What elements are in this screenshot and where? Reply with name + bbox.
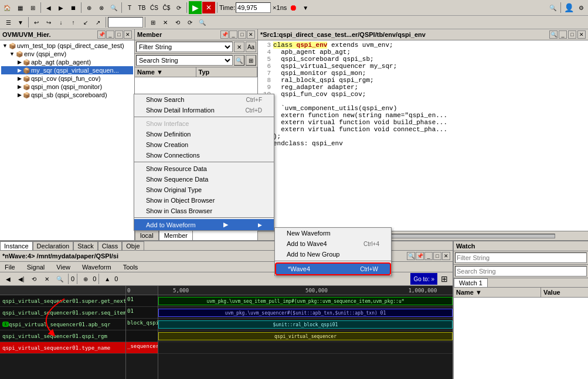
ctx-show-original[interactable]: Show Original Type	[134, 185, 274, 195]
src-search-btn[interactable]: 🔍	[549, 30, 558, 39]
wave-max-btn[interactable]: □	[433, 252, 441, 260]
tb2-btn10[interactable]: ✕	[159, 16, 171, 28]
time-input[interactable]	[236, 2, 271, 13]
tree-item-apb[interactable]: ▶ 📦 apb_agt (apb_agent)	[1, 58, 133, 66]
tab-member[interactable]: Member	[159, 230, 193, 240]
watch-filter-input[interactable]	[455, 252, 587, 263]
tb2-btn1[interactable]: ☰	[2, 16, 14, 28]
tree-item-env[interactable]: ▼ 📦 env (qspi_env)	[1, 50, 133, 58]
wave-pin-btn[interactable]: 📌	[416, 252, 424, 260]
run-btn[interactable]: ▶	[189, 1, 202, 14]
toolbar-btn-13[interactable]: Ĉ$	[161, 2, 172, 13]
tab-obje[interactable]: Obje	[122, 241, 144, 250]
wave-tb-5[interactable]: 🔍	[54, 273, 66, 285]
tb2-btn7[interactable]: ↙	[80, 16, 91, 28]
wave-close-btn[interactable]: ✕	[442, 252, 450, 260]
tb2-btn2[interactable]: ▼	[15, 16, 26, 28]
ctx-show-interface[interactable]: Show Interface	[134, 118, 274, 129]
expand-icon-mon[interactable]: ▶	[18, 84, 22, 90]
filter-case-btn[interactable]: Aa	[246, 42, 256, 52]
ctx-show-object[interactable]: Show in Object Browser	[134, 195, 274, 206]
expand-icon-sqr[interactable]: ▶	[18, 67, 22, 73]
tb2-btn4[interactable]: ↪	[43, 16, 55, 28]
wave-tb-4[interactable]: ✕	[41, 273, 53, 285]
toolbar-btn-9[interactable]: 🔍	[108, 2, 120, 13]
ctx-show-definition[interactable]: Show Definition	[134, 129, 274, 139]
tb2-btn8[interactable]: ↗	[92, 16, 104, 28]
signal-2[interactable]: qspi_virtual_sequencer01.super.seq_item_…	[0, 307, 125, 319]
tree-area[interactable]: ▼ 📦 uvm_test_top (qspi_direct_case_test)…	[0, 40, 134, 240]
menu-view[interactable]: View	[53, 262, 74, 272]
toolbar-btn-2[interactable]: ▦	[13, 2, 26, 13]
stop-btn[interactable]: ✕	[202, 2, 215, 13]
filter-select[interactable]: Filter String	[136, 42, 233, 52]
expand-icon-env[interactable]: ▼	[9, 51, 15, 57]
member-min-btn[interactable]: _	[229, 30, 237, 39]
tree-item-root[interactable]: ▼ 📦 uvm_test_top (qspi_direct_case_test)	[1, 42, 133, 50]
expand-icon-sb[interactable]: ▶	[18, 92, 22, 98]
toolbar-btn-14[interactable]: ⟳	[173, 2, 185, 13]
wave-zoom-in[interactable]: ⊕	[80, 273, 91, 285]
wave-up-btn[interactable]: ▲	[101, 273, 113, 285]
src-max-btn[interactable]: □	[568, 30, 576, 39]
menu-tools[interactable]: Tools	[120, 262, 142, 272]
toolbar-btn-3[interactable]: ⊞	[27, 2, 39, 13]
toolbar-btn-10[interactable]: T	[124, 2, 135, 13]
member-max-btn[interactable]: □	[238, 30, 246, 39]
filter-clear-btn[interactable]: ✕	[234, 42, 244, 52]
tree-item-sqr[interactable]: ▶ 📦 my_sqr (qspi_virtual_sequen...	[1, 66, 133, 74]
signal-4[interactable]: qspi_virtual_sequencer01.qspi_rgm	[0, 330, 125, 342]
ctx-show-connections[interactable]: Show Connections	[134, 150, 274, 161]
ctx-show-search[interactable]: Show Search Ctrl+F	[134, 94, 274, 105]
signal-1[interactable]: qspi_virtual_sequencer01.super.get_next_…	[0, 295, 125, 307]
ctx-add-waveform[interactable]: Add to Waveform ▶	[134, 219, 274, 230]
sub-add-group[interactable]: Add to New Group	[275, 249, 391, 260]
wave-min-btn[interactable]: _	[424, 252, 433, 260]
expand-icon-root[interactable]: ▼	[2, 43, 8, 49]
toolbar-btn-12[interactable]: ĆS	[148, 2, 160, 13]
hier-min-btn[interactable]: _	[106, 30, 114, 39]
expand-icon-cov[interactable]: ▶	[18, 76, 22, 81]
tree-item-mon[interactable]: ▶ 📦 qspi_mon (qspi_monitor)	[1, 83, 133, 91]
tb2-btn13[interactable]: 🔍	[196, 16, 208, 28]
tb2-btn9[interactable]: ⊞	[147, 16, 159, 28]
toolbar-btn-1[interactable]: 🏠	[1, 2, 13, 13]
signal-3[interactable]: ① qspi_virtual_sequencer01.apb_sqr	[0, 319, 125, 330]
menu-signal[interactable]: Signal	[23, 262, 49, 272]
member-close-btn[interactable]: ✕	[247, 30, 255, 39]
user-btn[interactable]: 👤	[563, 2, 575, 13]
toolbar-btn-8[interactable]: ⊗	[96, 2, 107, 13]
search-select[interactable]: Search String	[136, 55, 233, 66]
toolbar-btn-5[interactable]: ▶	[55, 2, 67, 13]
src-min-btn[interactable]: _	[559, 30, 567, 39]
hier-max-btn[interactable]: □	[115, 30, 123, 39]
tb2-btn5[interactable]: ↓	[55, 16, 67, 28]
ctx-show-detail[interactable]: Show Detail Information Ctrl+D	[134, 105, 274, 115]
search-go-btn[interactable]: 🔍	[234, 55, 244, 66]
ctx-show-class[interactable]: Show in Class Browser	[134, 206, 274, 216]
toolbar-btn-7[interactable]: ⊕	[83, 2, 95, 13]
settings-btn[interactable]: ⚙	[575, 2, 587, 13]
record-btn[interactable]: ⏺	[287, 2, 299, 13]
hier-close-btn[interactable]: ✕	[124, 30, 132, 39]
ctx-show-sequence[interactable]: Show Sequence Data	[134, 174, 274, 185]
tb2-btn3[interactable]: ↩	[30, 16, 42, 28]
wave-display[interactable]: 5,000 500,000 1,000,000 uvm_pkg.\uvm_seq…	[158, 286, 453, 379]
toolbar-btn-6[interactable]: ⏹	[67, 2, 79, 13]
ctx-show-creation[interactable]: Show Creation	[134, 139, 274, 150]
hier-pin-btn[interactable]: 📌	[97, 30, 106, 39]
sub-add-wave4[interactable]: Add to Wave4 Ctrl+4	[275, 238, 391, 249]
src-close-btn[interactable]: ✕	[577, 30, 586, 39]
tab-class[interactable]: Class	[98, 241, 123, 250]
tab-stack[interactable]: Stack	[73, 241, 98, 250]
wave-goto-btn[interactable]: Go to: »	[410, 273, 437, 285]
wave-search-btn[interactable]: 🔍	[407, 252, 415, 260]
tb2-btn11[interactable]: ⟲	[172, 16, 183, 28]
signal-5[interactable]: qspi_virtual_sequencer01.type_name	[0, 342, 125, 354]
tree-item-cov[interactable]: ▶ 📦 qspi_cov (qspi_fun_cov)	[1, 74, 133, 83]
watch-search-input[interactable]	[455, 266, 587, 276]
sub-wave4-star[interactable]: *Wave4 Ctrl+W	[275, 262, 391, 275]
member-pin-btn[interactable]: 📌	[220, 30, 229, 39]
toolbar-btn-11[interactable]: TB	[136, 2, 148, 13]
watch-tab-1[interactable]: Watch 1	[454, 278, 488, 287]
